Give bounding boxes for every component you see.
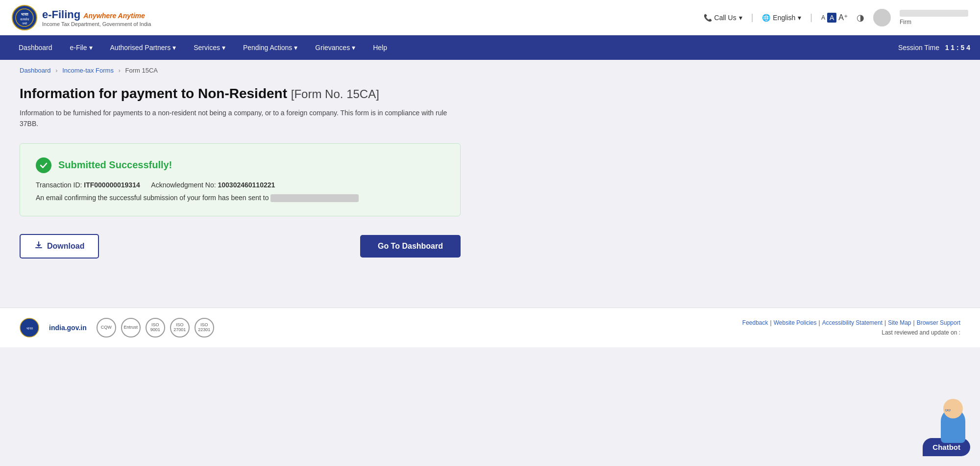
separator-1: |	[751, 12, 754, 23]
svg-text:भारत: भारत	[26, 327, 33, 330]
nav-item-efile[interactable]: e-File ▾	[61, 35, 101, 60]
authorised-partners-chevron-icon: ▾	[172, 44, 176, 52]
session-time: Session Time 1 1 : 5 4	[898, 44, 970, 52]
footer-badges: CQW Entrust ISO9001 ISO27001 ISO22301	[97, 318, 214, 337]
font-small-button[interactable]: A	[821, 14, 825, 21]
logo-title: e-Filing Anywhere Anytime	[42, 8, 151, 21]
transaction-id-label: Transaction ID:	[36, 181, 82, 189]
nav-label-services: Services	[194, 44, 220, 52]
footer-accessibility[interactable]: Accessibility Statement	[822, 319, 882, 326]
logo-area: भारत सत्यमेव जयते e-Filing Anywhere Anyt…	[12, 5, 151, 30]
email-redacted	[270, 194, 359, 202]
main-content: Information for payment to Non-Resident …	[0, 81, 539, 278]
logo-subtitle: Income Tax Department, Government of Ind…	[42, 21, 151, 27]
success-details-transaction: Transaction ID: ITF000000019314 Acknowle…	[36, 181, 444, 189]
font-large-button[interactable]: A⁺	[838, 13, 848, 22]
user-name-redacted	[900, 10, 968, 17]
footer-browser-support[interactable]: Browser Support	[917, 319, 960, 326]
nav-label-efile: e-File	[70, 44, 87, 52]
avatar	[873, 9, 891, 26]
footer-left: भारत india.gov.in CQW Entrust ISO9001 IS…	[20, 318, 214, 337]
page-title-text: Information for payment to Non-Resident	[20, 86, 287, 101]
iso-badge-3: ISO22301	[195, 318, 214, 337]
nav-label-dashboard: Dashboard	[19, 44, 52, 52]
user-role: Firm	[900, 19, 968, 26]
session-label: Session Time	[898, 44, 939, 52]
font-controls: A A A⁺	[821, 13, 848, 23]
nav-item-services[interactable]: Services ▾	[185, 35, 234, 60]
nav-label-authorised-partners: Authorised Partners	[110, 44, 171, 52]
go-to-dashboard-label: Go To Dashboard	[378, 242, 443, 250]
footer-feedback[interactable]: Feedback	[742, 319, 768, 326]
cqw-badge: CQW	[97, 318, 116, 337]
svg-text:जयते: जयते	[22, 22, 27, 25]
breadcrumb-sep-2: ›	[119, 67, 121, 74]
acknowledgment-value: 100302460110221	[218, 181, 275, 189]
efile-chevron-icon: ▾	[89, 44, 93, 52]
breadcrumb-income-tax-forms[interactable]: Income-tax Forms	[62, 67, 114, 74]
success-header: Submitted Successfully!	[36, 157, 444, 173]
page-title: Information for payment to Non-Resident …	[20, 86, 519, 102]
nav-item-dashboard[interactable]: Dashboard	[10, 35, 61, 60]
nav-item-authorised-partners[interactable]: Authorised Partners ▾	[101, 35, 185, 60]
transaction-id-value: ITF000000019314	[84, 181, 140, 189]
svg-text:भारत: भारत	[21, 12, 28, 17]
go-to-dashboard-button[interactable]: Go To Dashboard	[360, 235, 461, 258]
language-button[interactable]: 🌐 English ▾	[762, 14, 801, 22]
navbar: Dashboard e-File ▾ Authorised Partners ▾…	[0, 35, 980, 60]
svg-text:सत्यमेव: सत्यमेव	[20, 17, 29, 21]
download-icon	[34, 241, 43, 252]
page-header: भारत सत्यमेव जयते e-Filing Anywhere Anyt…	[0, 0, 980, 35]
breadcrumb-current: Form 15CA	[125, 67, 158, 74]
nav-label-help: Help	[373, 44, 387, 52]
breadcrumb: Dashboard › Income-tax Forms › Form 15CA	[0, 60, 980, 81]
contrast-button[interactable]: ◑	[857, 12, 864, 23]
language-chevron: ▾	[798, 14, 801, 22]
footer-last-reviewed: Last reviewed and update on :	[742, 329, 960, 336]
header-controls: 📞 Call Us ▾ | 🌐 English ▾ | A A A⁺ ◑ Fir…	[704, 9, 968, 26]
download-button[interactable]: Download	[20, 234, 99, 259]
action-buttons: Download Go To Dashboard	[20, 234, 461, 259]
pending-actions-chevron-icon: ▾	[294, 44, 297, 52]
call-us-chevron: ▾	[739, 14, 742, 22]
success-icon	[36, 157, 51, 173]
separator-2: |	[810, 12, 812, 23]
footer-right: Feedback | Website Policies | Accessibil…	[742, 319, 960, 336]
nav-item-grievances[interactable]: Grievances ▾	[306, 35, 364, 60]
grievances-chevron-icon: ▾	[352, 44, 355, 52]
footer-emblem-icon: भारत	[20, 318, 39, 337]
iso-badge-1: ISO9001	[146, 318, 165, 337]
success-email: An email confirming the successful submi…	[36, 194, 444, 202]
call-us-button[interactable]: 📞 Call Us ▾	[704, 14, 742, 22]
session-value: 1 1 : 5 4	[945, 44, 970, 52]
success-title: Submitted Successfully!	[58, 159, 172, 171]
nav-item-help[interactable]: Help	[364, 35, 396, 60]
download-label: Download	[47, 242, 84, 251]
nav-label-pending-actions: Pending Actions	[243, 44, 292, 52]
services-chevron-icon: ▾	[222, 44, 225, 52]
form-label: [Form No. 15CA]	[291, 87, 379, 101]
entrust-badge: Entrust	[121, 318, 141, 337]
logo-text: e-Filing Anywhere Anytime Income Tax Dep…	[42, 8, 151, 27]
font-medium-button[interactable]: A	[827, 13, 836, 23]
email-text: An email confirming the successful submi…	[36, 194, 269, 202]
page-description: Information to be furnished for payments…	[20, 107, 461, 129]
emblem-icon: भारत सत्यमेव जयते	[12, 5, 37, 30]
logo-tagline: Anywhere Anytime	[83, 12, 145, 20]
footer-site-map[interactable]: Site Map	[888, 319, 911, 326]
checkmark-icon	[39, 161, 48, 170]
user-info: Firm	[900, 10, 968, 26]
language-label: English	[773, 14, 795, 22]
phone-icon: 📞	[704, 14, 712, 22]
nav-item-pending-actions[interactable]: Pending Actions ▾	[234, 35, 306, 60]
nav-label-grievances: Grievances	[315, 44, 350, 52]
footer-website-policies[interactable]: Website Policies	[774, 319, 817, 326]
breadcrumb-dashboard[interactable]: Dashboard	[20, 67, 51, 74]
footer-gov-label: india.gov.in	[49, 324, 87, 332]
iso-badge-2: ISO27001	[170, 318, 190, 337]
footer-links: Feedback | Website Policies | Accessibil…	[742, 319, 960, 326]
acknowledgment-label: Acknowledgment No:	[151, 181, 216, 189]
globe-icon: 🌐	[762, 14, 770, 22]
success-card: Submitted Successfully! Transaction ID: …	[20, 143, 461, 216]
footer: भारत india.gov.in CQW Entrust ISO9001 IS…	[0, 308, 980, 347]
